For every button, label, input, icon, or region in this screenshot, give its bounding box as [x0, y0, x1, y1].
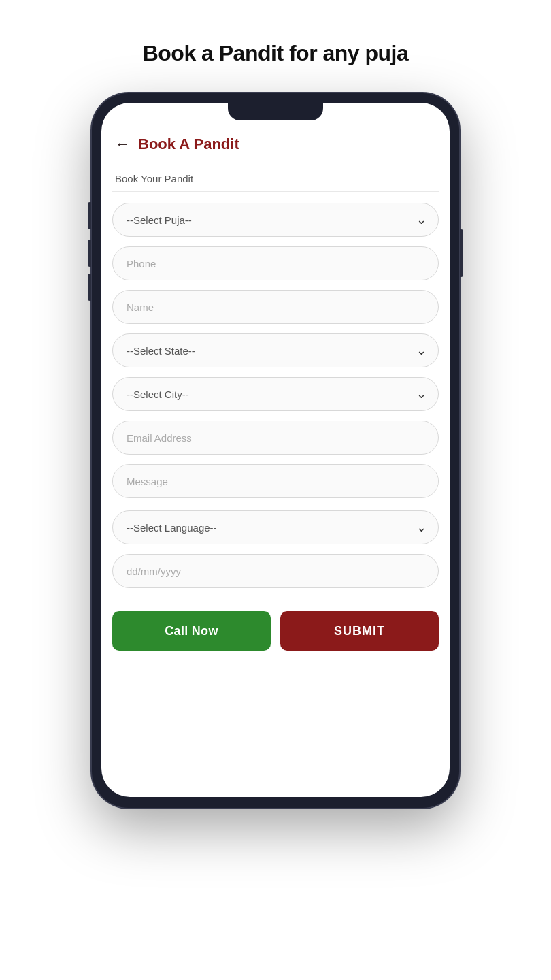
select-city-wrapper: --Select City-- ⌄	[112, 377, 439, 411]
puja-field: --Select Puja-- ⌄	[112, 203, 439, 237]
name-input[interactable]	[112, 290, 439, 324]
city-field: --Select City-- ⌄	[112, 377, 439, 411]
state-field: --Select State-- ⌄	[112, 333, 439, 368]
page-title: Book a Pandit for any puja	[143, 41, 409, 66]
submit-button[interactable]: SUBMIT	[280, 611, 439, 651]
message-textarea[interactable]	[112, 464, 439, 498]
date-input[interactable]	[112, 554, 439, 588]
notch	[228, 103, 323, 120]
select-state-wrapper: --Select State-- ⌄	[112, 333, 439, 368]
bottom-buttons: Call Now SUBMIT	[101, 598, 450, 671]
name-field	[112, 290, 439, 324]
select-city-dropdown[interactable]: --Select City--	[112, 377, 439, 411]
select-state-dropdown[interactable]: --Select State--	[112, 333, 439, 368]
back-button[interactable]: ←	[115, 135, 130, 153]
phone-frame: ← Book A Pandit Book Your Pandit --Selec…	[92, 93, 459, 808]
select-language-wrapper: --Select Language-- ⌄	[112, 510, 439, 544]
select-language-dropdown[interactable]: --Select Language--	[112, 510, 439, 544]
select-puja-wrapper: --Select Puja-- ⌄	[112, 203, 439, 237]
header-title: Book A Pandit	[138, 135, 239, 153]
phone-screen: ← Book A Pandit Book Your Pandit --Selec…	[101, 103, 450, 797]
language-field: --Select Language-- ⌄	[112, 510, 439, 544]
form-container: Book Your Pandit --Select Puja-- ⌄	[101, 163, 450, 588]
call-now-button[interactable]: Call Now	[112, 611, 271, 651]
email-input[interactable]	[112, 421, 439, 455]
phone-input[interactable]	[112, 246, 439, 280]
email-field	[112, 421, 439, 455]
date-field	[112, 554, 439, 588]
message-field	[112, 464, 439, 501]
app-header: ← Book A Pandit	[101, 123, 450, 163]
form-section-title: Book Your Pandit	[112, 163, 439, 192]
screen-content: ← Book A Pandit Book Your Pandit --Selec…	[101, 103, 450, 797]
select-puja-dropdown[interactable]: --Select Puja--	[112, 203, 439, 237]
phone-field	[112, 246, 439, 280]
